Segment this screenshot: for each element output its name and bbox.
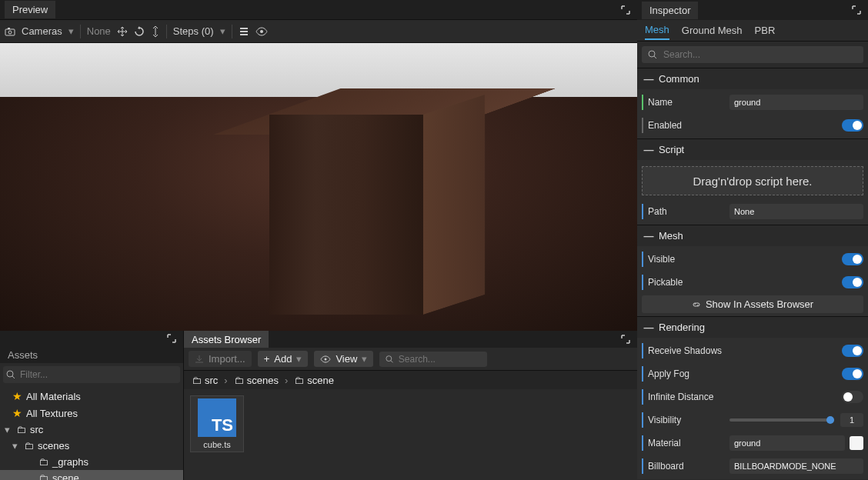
- enabled-label: Enabled: [648, 120, 837, 131]
- tree-label: _graphs: [52, 456, 88, 468]
- infinite-distance-toggle[interactable]: [842, 391, 863, 403]
- steps-dropdown[interactable]: Steps (0) ▾: [173, 25, 225, 37]
- path-label: Path: [648, 206, 725, 217]
- tree-label: scenes: [38, 440, 69, 452]
- breadcrumb-item[interactable]: 🗀scene: [294, 375, 334, 386]
- show-in-assets-button[interactable]: Show In Assets Browser: [642, 295, 863, 313]
- breadcrumb-item[interactable]: 🗀scenes: [234, 375, 279, 386]
- move-icon[interactable]: [117, 26, 128, 37]
- enabled-toggle[interactable]: [842, 119, 863, 132]
- tree-all-materials[interactable]: ★All Materials: [0, 388, 183, 405]
- material-swatch[interactable]: [850, 436, 863, 450]
- add-label: Add: [274, 353, 292, 365]
- tree-all-textures[interactable]: ★All Textures: [0, 405, 183, 422]
- svg-point-1: [8, 31, 12, 34]
- assets-tree: ★All Materials ★All Textures ▾🗀src ▾🗀sce…: [0, 386, 183, 480]
- asset-file[interactable]: TS cube.ts: [190, 395, 244, 452]
- import-label: Import...: [209, 353, 245, 365]
- assets-filter[interactable]: [3, 366, 180, 383]
- tree-scenes[interactable]: ▾🗀scenes: [0, 438, 183, 454]
- breadcrumb-item[interactable]: 🗀src: [192, 375, 218, 386]
- scale-icon[interactable]: [151, 26, 160, 37]
- tree-src[interactable]: ▾🗀src: [0, 422, 183, 438]
- visibility-slider[interactable]: [729, 418, 834, 422]
- view-label: View: [336, 353, 357, 365]
- import-button[interactable]: Import...: [189, 351, 252, 367]
- tab-ground-mesh[interactable]: Ground Mesh: [682, 22, 743, 39]
- tab-pbr[interactable]: PBR: [755, 22, 776, 39]
- browser-content: TS cube.ts: [184, 389, 637, 480]
- folder-icon: 🗀: [234, 375, 244, 386]
- view-button[interactable]: View▾: [314, 351, 373, 367]
- receive-shadows-toggle[interactable]: [842, 345, 863, 357]
- maximize-icon[interactable]: [165, 332, 179, 345]
- preview-toolbar: Cameras ▾ None Steps (0) ▾: [0, 20, 637, 43]
- link-icon: [692, 300, 701, 309]
- apply-fog-label: Apply Fog: [648, 368, 837, 379]
- browser-search-input[interactable]: [399, 354, 482, 365]
- svg-point-3: [260, 30, 263, 33]
- folder-icon: 🗀: [16, 424, 26, 435]
- tree-graphs[interactable]: 🗀_graphs: [0, 454, 183, 470]
- visibility-icon[interactable]: [255, 27, 268, 36]
- section-script[interactable]: —Script: [637, 139, 868, 160]
- tab-mesh[interactable]: Mesh: [645, 21, 669, 40]
- tab-assets-browser[interactable]: Assets Browser: [184, 331, 269, 348]
- visibility-label: Visibility: [648, 415, 725, 425]
- name-input[interactable]: [729, 95, 863, 110]
- add-button[interactable]: +Add▾: [258, 351, 309, 367]
- collapse-icon: —: [643, 231, 654, 242]
- tree-scene[interactable]: 🗀scene: [0, 470, 183, 480]
- plus-icon: +: [264, 353, 270, 365]
- cameras-label: Cameras: [22, 25, 62, 37]
- maximize-icon[interactable]: [619, 332, 633, 346]
- inspector-search[interactable]: [642, 46, 863, 63]
- transform-mode-label: None: [87, 25, 111, 37]
- visible-toggle[interactable]: [842, 253, 863, 265]
- tab-assets[interactable]: Assets: [0, 346, 45, 364]
- visibility-value[interactable]: 1: [840, 413, 863, 427]
- preview-tab[interactable]: Preview: [5, 1, 55, 18]
- search-icon: [386, 355, 393, 364]
- filter-input[interactable]: [20, 369, 177, 380]
- material-input[interactable]: [729, 435, 845, 451]
- browser-search[interactable]: [379, 352, 487, 367]
- tree-label: scene: [52, 472, 79, 480]
- bc-label: scenes: [247, 375, 279, 386]
- script-drop-zone[interactable]: Drag'n'drop script here.: [642, 166, 863, 195]
- typescript-icon: TS: [198, 398, 236, 437]
- viewport[interactable]: [0, 43, 637, 331]
- pickable-toggle[interactable]: [842, 276, 863, 288]
- apply-fog-toggle[interactable]: [842, 368, 863, 380]
- tree-label: All Textures: [26, 408, 78, 419]
- collapse-icon: —: [643, 145, 654, 155]
- rotate-icon[interactable]: [134, 26, 145, 37]
- path-input[interactable]: [729, 204, 863, 219]
- material-label: Material: [648, 438, 725, 448]
- maximize-icon[interactable]: [850, 3, 863, 17]
- svg-point-5: [325, 358, 327, 360]
- receive-shadows-label: Receive Shadows: [648, 345, 837, 356]
- bc-label: scene: [307, 375, 334, 386]
- svg-point-6: [386, 355, 392, 361]
- infinite-distance-label: Infinite Distance: [648, 392, 837, 402]
- visible-label: Visible: [648, 254, 837, 265]
- eye-icon: [320, 355, 331, 363]
- inspector-tab[interactable]: Inspector: [642, 2, 698, 19]
- maximize-icon[interactable]: [619, 3, 633, 17]
- folder-icon: 🗀: [38, 456, 48, 468]
- chevron-down-icon: ▾: [5, 424, 12, 435]
- pickable-label: Pickable: [648, 277, 837, 288]
- search-icon: [6, 370, 15, 379]
- section-mesh[interactable]: —Mesh: [637, 225, 868, 246]
- section-rendering[interactable]: —Rendering: [637, 317, 868, 338]
- billboard-input[interactable]: [729, 458, 863, 474]
- list-icon[interactable]: [239, 27, 249, 36]
- section-common[interactable]: —Common: [637, 68, 868, 89]
- inspector-search-input[interactable]: [663, 49, 857, 60]
- folder-icon: 🗀: [294, 375, 304, 386]
- tree-label: src: [30, 424, 43, 435]
- cameras-dropdown[interactable]: Cameras ▾: [5, 25, 74, 37]
- folder-icon: 🗀: [192, 375, 202, 386]
- chevron-down-icon: ▾: [12, 440, 20, 452]
